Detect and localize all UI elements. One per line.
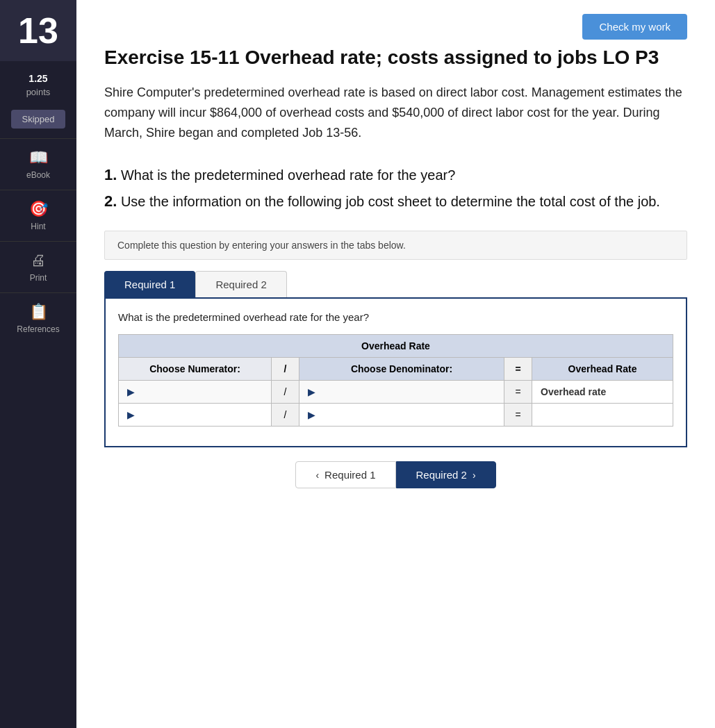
divider-cell-1: /: [272, 381, 299, 404]
numerator-dropdown-1[interactable]: ▶: [119, 381, 272, 404]
col1-header: Choose Numerator:: [119, 358, 272, 381]
sidebar-item-print[interactable]: 🖨 Print: [0, 241, 76, 292]
print-label: Print: [30, 273, 47, 283]
q2-text: Use the information on the following job…: [121, 194, 660, 209]
table-row: ▶ / ▶ =: [119, 404, 673, 427]
exercise-description: Shire Computer's predetermined overhead …: [104, 83, 687, 142]
q1-number: 1.: [104, 166, 117, 183]
instruction-text: Complete this question by entering your …: [117, 240, 406, 251]
col2-header: /: [272, 358, 299, 381]
tabs-container: Required 1 Required 2: [104, 271, 687, 297]
ebook-label: eBook: [26, 170, 50, 180]
numerator-input-2[interactable]: ▶: [119, 404, 272, 427]
input-arrow-icon-2: ▶: [308, 409, 315, 420]
equals-cell-1: =: [504, 381, 532, 404]
q2-number: 2.: [104, 192, 117, 210]
chevron-right-icon: ›: [472, 470, 476, 481]
required-1-nav-button[interactable]: ‹ Required 1: [295, 461, 395, 488]
instruction-box: Complete this question by entering your …: [104, 231, 687, 260]
req1-nav-label: Required 1: [324, 469, 375, 481]
sidebar-item-hint[interactable]: 🎯 Hint: [0, 190, 76, 241]
tab-content-area: What is the predetermined overhead rate …: [104, 297, 687, 447]
chevron-left-icon: ‹: [315, 470, 319, 481]
divider-cell-2: /: [272, 404, 299, 427]
hint-label: Hint: [31, 222, 45, 231]
print-icon: 🖨: [31, 251, 46, 270]
tab-required-2[interactable]: Required 2: [195, 271, 286, 297]
result-cell-1: Overhead rate: [532, 381, 673, 404]
sidebar-points: 1.25 points: [19, 63, 58, 106]
sidebar: 13 1.25 points Skipped 📖 eBook 🎯 Hint 🖨 …: [0, 0, 76, 728]
input-arrow-icon: ▶: [127, 409, 135, 420]
points-label: points: [26, 86, 51, 99]
result-cell-2: [532, 404, 673, 427]
dropdown-arrow-icon: ▶: [127, 386, 135, 397]
points-value: 1.25: [26, 72, 51, 86]
col3-header: Choose Denominator:: [299, 358, 504, 381]
skipped-button[interactable]: Skipped: [11, 110, 66, 129]
sidebar-item-ebook[interactable]: 📖 eBook: [0, 138, 76, 190]
hint-icon: 🎯: [29, 200, 48, 218]
main-content: Check my work Exercise 15-11 Overhead ra…: [76, 0, 715, 728]
sidebar-item-references[interactable]: 📋 References: [0, 292, 76, 344]
sidebar-number-box: 13: [0, 0, 76, 61]
question-1: 1. What is the predetermined overhead ra…: [104, 162, 687, 188]
col4-header: =: [504, 358, 532, 381]
col5-header: Overhead Rate: [532, 358, 673, 381]
tab-question: What is the predetermined overhead rate …: [118, 311, 673, 323]
req2-nav-label: Required 2: [416, 469, 467, 481]
table-row: ▶ / ▶ = Overhead rate: [119, 381, 673, 404]
table-col-header-row: Choose Numerator: / Choose Denominator: …: [119, 358, 673, 381]
tab-required-1[interactable]: Required 1: [104, 271, 195, 297]
references-label: References: [17, 324, 59, 334]
denominator-dropdown-1[interactable]: ▶: [299, 381, 504, 404]
equals-cell-2: =: [504, 404, 532, 427]
table-header-row: Overhead Rate: [119, 335, 673, 358]
questions-section: 1. What is the predetermined overhead ra…: [104, 162, 687, 214]
bottom-navigation: ‹ Required 1 Required 2 ›: [104, 461, 687, 488]
question-2: 2. Use the information on the following …: [104, 188, 687, 214]
exercise-title: Exercise 15-11 Overhead rate; costs assi…: [104, 47, 687, 69]
overhead-rate-table: Overhead Rate Choose Numerator: / Choose…: [118, 334, 673, 427]
required-2-nav-button[interactable]: Required 2 ›: [396, 461, 496, 488]
dropdown-arrow-icon-2: ▶: [308, 386, 315, 397]
exercise-number: 13: [7, 13, 69, 49]
sidebar-nav: 📖 eBook 🎯 Hint 🖨 Print 📋 References: [0, 138, 76, 344]
table-main-header: Overhead Rate: [119, 335, 673, 358]
q1-text: What is the predetermined overhead rate …: [121, 167, 455, 183]
references-icon: 📋: [29, 303, 48, 321]
denominator-input-2[interactable]: ▶: [299, 404, 504, 427]
check-my-work-button[interactable]: Check my work: [582, 14, 687, 40]
ebook-icon: 📖: [29, 149, 48, 167]
